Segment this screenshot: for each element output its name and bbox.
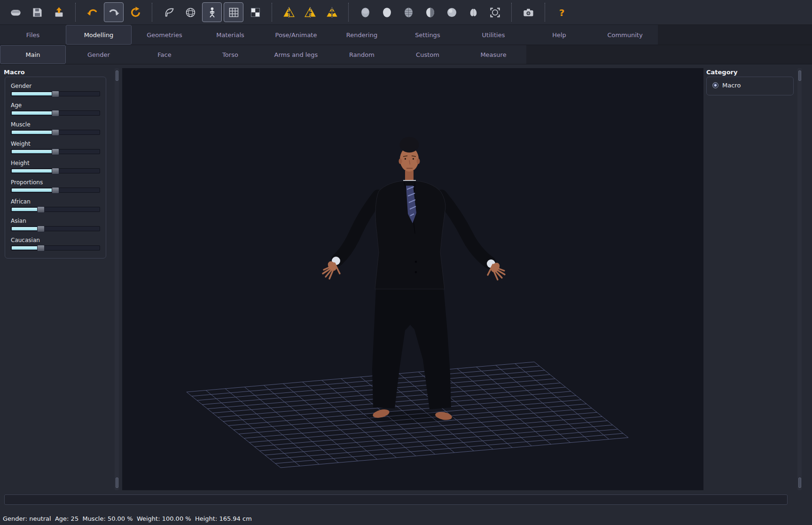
slider-proportions[interactable] [11, 188, 100, 193]
head-half-view-button[interactable] [420, 2, 440, 22]
slider-label-african: African [11, 198, 100, 205]
slider-label-caucasian: Caucasian [11, 237, 100, 243]
subtab-gender[interactable]: Gender [66, 45, 132, 64]
svg-text:?: ? [559, 7, 564, 18]
slider-age[interactable] [11, 110, 100, 116]
scene-canvas[interactable] [122, 68, 703, 490]
left-splitter[interactable] [115, 68, 119, 490]
slider-handle[interactable] [52, 110, 59, 117]
toolbar: ? [0, 0, 812, 25]
tab-pose-animate[interactable]: Pose/Animate [263, 25, 329, 45]
subtab-torso[interactable]: Torso [197, 45, 263, 64]
slider-handle[interactable] [52, 129, 59, 136]
slider-handle[interactable] [52, 149, 59, 155]
secondary-tab-bar: MainGenderFaceTorsoArms and legsRandomCu… [0, 45, 812, 64]
tab-help[interactable]: Help [526, 25, 592, 45]
grab-screenshot-button[interactable] [518, 2, 538, 22]
slider-block-african: African [11, 198, 100, 212]
slider-height[interactable] [11, 168, 100, 173]
radio-option-macro[interactable]: Macro [712, 82, 788, 89]
radio-button-icon [712, 82, 718, 88]
reset-button[interactable] [125, 2, 145, 22]
background-button[interactable] [245, 2, 265, 22]
export-box-icon [53, 6, 65, 19]
symmetry-left-button[interactable] [279, 2, 298, 22]
wireframe-button[interactable] [180, 2, 200, 22]
subtab-main[interactable]: Main [0, 45, 66, 64]
slider-block-gender: Gender [11, 83, 100, 96]
head-half-icon [424, 6, 437, 19]
slider-block-muscle: Muscle [11, 121, 100, 135]
smooth-shading-button[interactable] [159, 2, 179, 22]
tab-rendering[interactable]: Rendering [329, 25, 395, 45]
symmetry-left-icon [282, 6, 295, 19]
grid-icon [227, 6, 240, 19]
sphere-icon [445, 6, 458, 19]
viewport-3d[interactable] [122, 68, 703, 490]
subtab-measure[interactable]: Measure [461, 45, 526, 64]
subtab-arms-and-legs[interactable]: Arms and legs [263, 45, 329, 64]
redo-button[interactable] [104, 2, 124, 22]
help-button[interactable]: ? [552, 2, 571, 22]
focus-target-icon [489, 6, 501, 19]
right-splitter[interactable] [797, 68, 802, 490]
macro-panel-title: Macro [4, 69, 25, 76]
tab-utilities[interactable]: Utilities [461, 25, 526, 45]
pair-view-button[interactable] [463, 2, 483, 22]
category-panel: Macro [706, 77, 794, 95]
subtab-random[interactable]: Random [329, 45, 395, 64]
human-model[interactable] [323, 137, 505, 423]
tab-geometries[interactable]: Geometries [132, 25, 197, 45]
symmetry-both-button[interactable] [322, 2, 342, 22]
slider-muscle[interactable] [11, 130, 100, 135]
subtab-face[interactable]: Face [132, 45, 197, 64]
export-model-button[interactable] [49, 2, 69, 22]
tab-settings[interactable]: Settings [395, 25, 461, 45]
tab-materials[interactable]: Materials [197, 25, 263, 45]
slider-gender[interactable] [11, 91, 100, 96]
head-wire-icon [402, 6, 415, 19]
slider-fill [12, 169, 56, 172]
slider-handle[interactable] [52, 168, 59, 174]
symmetry-right-button[interactable] [300, 2, 320, 22]
focus-view-button[interactable] [485, 2, 505, 22]
head-wire-view-button[interactable] [398, 2, 418, 22]
smooth-flag-icon [163, 6, 175, 19]
ground-grid-button[interactable] [224, 2, 243, 22]
jacket-button [415, 271, 417, 273]
toolbar-separator [511, 3, 512, 22]
tab-modelling[interactable]: Modelling [66, 25, 132, 45]
slider-label-height: Height [11, 160, 100, 166]
head-solid-view-button[interactable] [355, 2, 375, 22]
tab-files[interactable]: Files [0, 25, 66, 45]
slider-label-proportions: Proportions [11, 179, 100, 186]
slider-weight[interactable] [11, 149, 100, 154]
status-text: Gender: neutral Age: 25 Muscle: 50.00 % … [3, 515, 252, 522]
slider-african[interactable] [11, 207, 100, 212]
subtab-custom[interactable]: Custom [395, 45, 461, 64]
slider-handle[interactable] [37, 226, 45, 232]
redo-arrow-icon [108, 6, 120, 19]
skeleton-button[interactable] [202, 2, 222, 22]
slider-handle[interactable] [52, 187, 59, 194]
undo-button[interactable] [82, 2, 102, 22]
macro-sliders: GenderAgeMuscleWeightHeightProportionsAf… [11, 83, 100, 251]
slider-handle[interactable] [52, 91, 59, 97]
new-model-button[interactable] [6, 2, 25, 22]
sphere-view-button[interactable] [442, 2, 461, 22]
right-arm [441, 196, 490, 263]
category-options: Macro [712, 82, 788, 89]
slider-fill [12, 188, 56, 192]
head-plain-view-button[interactable] [377, 2, 397, 22]
slider-handle[interactable] [37, 245, 45, 251]
slider-label-asian: Asian [11, 218, 100, 224]
slider-handle[interactable] [37, 206, 45, 213]
camera-icon [522, 6, 535, 19]
slider-fill [12, 111, 56, 115]
slider-label-age: Age [11, 102, 100, 109]
primary-tab-bar: FilesModellingGeometriesMaterialsPose/An… [0, 25, 812, 45]
slider-caucasian[interactable] [11, 245, 100, 251]
tab-community[interactable]: Community [592, 25, 658, 45]
slider-asian[interactable] [11, 226, 100, 231]
save-model-button[interactable] [27, 2, 47, 22]
